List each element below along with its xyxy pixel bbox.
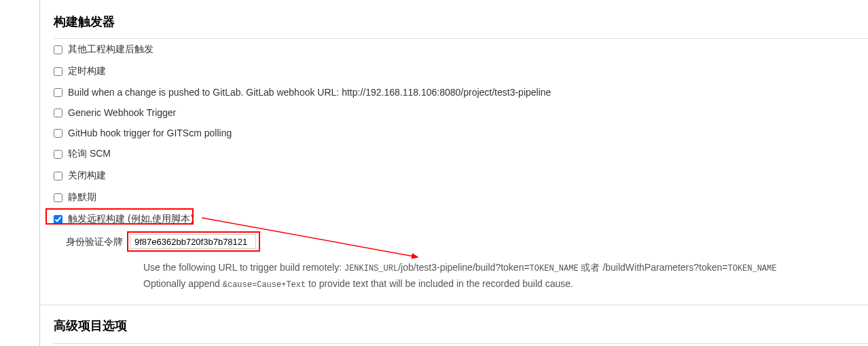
token-section: 身份验证令牌 bbox=[40, 230, 868, 253]
label-poll-scm[interactable]: 轮询 SCM bbox=[68, 148, 111, 160]
trigger-row-cron: 定时构建 bbox=[40, 60, 868, 82]
section-title-build-triggers: 构建触发器 bbox=[40, 0, 868, 38]
trigger-row-remote: 触发远程构建 (例如,使用脚本) bbox=[40, 208, 868, 230]
trigger-row-build-after: 其他工程构建后触发 bbox=[40, 39, 868, 60]
token-help: Use the following URL to trigger build r… bbox=[40, 253, 868, 292]
checkbox-github[interactable] bbox=[54, 129, 62, 138]
token-input[interactable] bbox=[130, 234, 256, 249]
checkbox-gitlab[interactable] bbox=[54, 88, 62, 97]
checkbox-quiet-period[interactable] bbox=[54, 193, 62, 202]
label-quiet-period[interactable]: 静默期 bbox=[68, 191, 96, 204]
trigger-row-poll-scm: 轮询 SCM bbox=[40, 143, 868, 165]
trigger-row-generic-webhook: Generic Webhook Trigger bbox=[40, 102, 868, 123]
trigger-row-quiet-period: 静默期 bbox=[40, 187, 868, 208]
checkbox-disable-build[interactable] bbox=[54, 172, 62, 180]
checkbox-build-after[interactable] bbox=[54, 45, 62, 54]
checkbox-remote-trigger[interactable] bbox=[54, 215, 62, 224]
section-title-advanced: 高级项目选项 bbox=[40, 305, 868, 343]
checkbox-cron[interactable] bbox=[54, 67, 62, 76]
label-build-after[interactable]: 其他工程构建后触发 bbox=[68, 43, 153, 56]
token-help-line1: Use the following URL to trigger build r… bbox=[143, 260, 868, 276]
label-generic-webhook[interactable]: Generic Webhook Trigger bbox=[68, 107, 176, 118]
trigger-row-gitlab: Build when a change is pushed to GitLab.… bbox=[40, 82, 868, 102]
trigger-row-github: GitHub hook trigger for GITScm polling bbox=[40, 123, 868, 143]
label-github[interactable]: GitHub hook trigger for GITScm polling bbox=[68, 128, 232, 138]
label-remote-trigger[interactable]: 触发远程构建 (例如,使用脚本) bbox=[68, 213, 194, 225]
trigger-row-disable-build: 关闭构建 bbox=[40, 165, 868, 187]
checkbox-generic-webhook[interactable] bbox=[54, 109, 62, 117]
label-gitlab[interactable]: Build when a change is pushed to GitLab.… bbox=[68, 87, 551, 98]
token-label: 身份验证令牌 bbox=[54, 234, 130, 248]
checkbox-poll-scm[interactable] bbox=[54, 150, 62, 159]
token-help-line2: Optionally append &cause=Cause+Text to p… bbox=[143, 276, 868, 292]
label-cron[interactable]: 定时构建 bbox=[68, 65, 106, 77]
label-disable-build[interactable]: 关闭构建 bbox=[68, 170, 106, 182]
